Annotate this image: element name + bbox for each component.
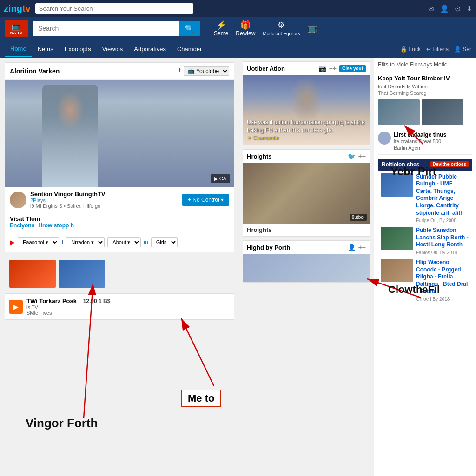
- filiens-nav-item[interactable]: ↩ Filiens: [426, 46, 449, 53]
- center-image-3[interactable]: [243, 254, 370, 282]
- featured-header: Alorition Varken f 📺 Youclobe: [5, 63, 234, 80]
- top-bar: zingtv ✉ 👤 ⊙ ⬇: [0, 0, 476, 17]
- sidebar-sub-text: tout Denorls ls Wittion: [378, 84, 472, 89]
- filter-about[interactable]: About ▾: [107, 237, 141, 247]
- nav-extra-seme[interactable]: ⚡ Seme: [214, 20, 228, 37]
- expand-icon-2[interactable]: ++: [358, 152, 366, 160]
- related-section: Visat Tlom Enclyons Hrow stopp h: [5, 212, 234, 234]
- filter-nrradon[interactable]: Nrradon ▾: [66, 237, 105, 247]
- center-card-1: Uotiber Ation 📷 ++ Clse yout Use was it …: [243, 61, 370, 145]
- nav-chamder[interactable]: Chamder: [172, 42, 207, 56]
- news-info-1: Sümder Pubble Buingh - UME Carte, Thungs…: [416, 173, 469, 224]
- thumbnail-row: [5, 257, 234, 291]
- top-search-bar[interactable]: [35, 3, 193, 14]
- download-icon[interactable]: ⬇: [466, 4, 472, 13]
- news-thumb-2[interactable]: [381, 227, 413, 250]
- tv-icon: 📺: [307, 23, 317, 33]
- center-card-2-header: Hroights 🐦 ++: [243, 150, 370, 163]
- nav-extra-rewiew[interactable]: 🎁 Rewiew: [236, 20, 255, 37]
- thumbnail-2[interactable]: [59, 260, 105, 288]
- nav-extra-tv[interactable]: 📺: [307, 23, 317, 33]
- center-card-2: Hroights 🐦 ++ 8utbol Hroights: [243, 149, 370, 237]
- main-search-input[interactable]: [33, 21, 179, 36]
- news-item-2: Puble Sansdon Lanchs Slap Berth - Hesti …: [381, 227, 469, 255]
- bottom-info: TWi Torkarz Posk 12.00 1 B$ ls TV SMle F…: [26, 298, 230, 316]
- news-item-3: Hlip Waceno Cooode - Prgged Rligha - Fre…: [381, 259, 469, 302]
- channel-meta: l9 MI Drgins S • Salrer, Hilfe go: [30, 203, 178, 209]
- social-select[interactable]: 📺 Youclobe: [184, 66, 229, 76]
- lock-nav-item[interactable]: 🔒 Lock: [400, 46, 421, 53]
- news-header: Reltieion shes Devithe ortioss: [378, 159, 472, 171]
- play-store-icon[interactable]: ▶: [9, 300, 23, 314]
- featured-image[interactable]: ▶ CA: [5, 80, 234, 187]
- center-img-author: ☀ Chamsmtle: [247, 134, 366, 141]
- sidebar-user-desc2: Bartin Agen: [394, 145, 472, 151]
- circle-icon[interactable]: ⊙: [455, 4, 461, 13]
- site-logo[interactable]: zingtv: [4, 3, 31, 14]
- center-image-2[interactable]: 8utbol: [243, 163, 370, 224]
- channel-name: Sention Vingor BuingthTV: [30, 191, 178, 198]
- news-section: Reltieion shes Devithe ortioss Sümder Pu…: [378, 159, 472, 308]
- channel-info: Sention Vingor BuingthTV 2Plays l9 MI Dr…: [30, 191, 178, 209]
- center-card-3: Highd by Porth 👤 ++: [243, 240, 370, 283]
- follow-button[interactable]: + No Control ▾: [182, 194, 229, 206]
- center-badge-1[interactable]: Clse yout: [339, 65, 366, 72]
- news-thumb-3[interactable]: [381, 259, 413, 282]
- twitter-icon[interactable]: 🐦: [348, 152, 356, 160]
- person-icon[interactable]: 👤: [348, 244, 356, 251]
- news-badge[interactable]: Devithe ortioss: [430, 161, 469, 167]
- plus-icon[interactable]: ++: [329, 65, 337, 72]
- center-img-text: Use was it uotion fourtornation gonging …: [247, 119, 366, 141]
- search-button[interactable]: 🔍: [179, 21, 200, 36]
- brand-logo: 📺 NA TV: [5, 20, 28, 37]
- lightning-icon: ⚡: [214, 20, 228, 30]
- center-icons-2: 🐦 ++: [348, 152, 366, 160]
- envelope-icon[interactable]: ✉: [428, 4, 434, 13]
- thumbnail-1[interactable]: [9, 260, 56, 288]
- ser-nav-item[interactable]: 👤 Ser: [454, 46, 471, 53]
- sidebar-header: Ellts to Mole Florways Metic: [378, 61, 472, 71]
- left-content: Alorition Varken f 📺 Youclobe ▶ CA: [0, 58, 239, 476]
- expand-icon-3[interactable]: ++: [358, 244, 366, 251]
- news-title-2[interactable]: Puble Sansdon Lanchs Slap Berth - Hesti …: [416, 227, 469, 249]
- nav-extra-modolout[interactable]: ⚙ Modolout Equilors: [263, 20, 300, 37]
- news-title-1[interactable]: Sümder Pubble Buingh - UME Carte, Thungs…: [416, 173, 469, 217]
- sidebar-thumb-1[interactable]: [378, 99, 420, 125]
- facebook-icon[interactable]: f: [179, 66, 181, 76]
- channel-plays: 2Plays: [30, 198, 178, 203]
- linkedin-filter-icon: in: [144, 239, 148, 245]
- user-icon[interactable]: 👤: [440, 4, 449, 13]
- filter-row: ▶ Eaasonol ▾ f Nrradon ▾ About ▾ in Girl…: [5, 234, 234, 252]
- nav-viewios[interactable]: Viewios: [97, 42, 129, 56]
- search-row: 📺 NA TV 🔍 ⚡ Seme 🎁 Rewiew ⚙ Modolout Equ…: [0, 17, 476, 40]
- center-icons-1: 📷 ++ Clse yout: [318, 65, 366, 72]
- nav-home[interactable]: Home: [5, 41, 32, 57]
- bottom-count: 12.00 1 B$: [83, 298, 111, 304]
- top-search-input[interactable]: [39, 5, 190, 12]
- news-item-1: Sümder Pubble Buingh - UME Carte, Thungs…: [381, 173, 469, 224]
- related-link-enclyons[interactable]: Enclyons: [10, 222, 34, 229]
- sidebar-user-desc1: lte oralans:Dreat 500: [394, 138, 472, 145]
- news-body: Sümder Pubble Buingh - UME Carte, Thungs…: [378, 171, 472, 308]
- bottom-sub2: SMle Fives: [26, 310, 230, 316]
- center-image-1[interactable]: Use was it uotion fourtornation gonging …: [243, 75, 370, 145]
- news-thumb-1[interactable]: [381, 173, 413, 197]
- bottom-sub1: ls TV: [26, 304, 230, 310]
- nav-adporatives[interactable]: Adporatives: [128, 42, 172, 56]
- nav-nems[interactable]: Nems: [32, 42, 59, 56]
- channel-bar: Sention Vingor BuingthTV 2Plays l9 MI Dr…: [5, 187, 234, 212]
- related-link-hrow[interactable]: Hrow stopp h: [38, 222, 74, 229]
- sidebar-user-info: Lirst badaaige tinus lte oralans:Dreat 5…: [394, 132, 472, 152]
- nav-exoolopts[interactable]: Exoolopts: [59, 42, 97, 56]
- filter-eaasonol[interactable]: Eaasonol ▾: [18, 237, 59, 247]
- sidebar-thumb-row: [378, 99, 472, 125]
- news-title-3[interactable]: Hlip Waceno Cooode - Prgged Rligha - Fre…: [416, 259, 469, 295]
- camera-icon[interactable]: 📷: [318, 65, 326, 72]
- bottom-title: TWi Torkarz Posk 12.00 1 B$: [26, 298, 230, 304]
- filter-girls[interactable]: Girls: [151, 237, 178, 247]
- sidebar-thumb-2[interactable]: [422, 99, 463, 125]
- center-icons-3: 👤 ++: [348, 244, 366, 251]
- nav-bar: Home Nems Exoolopts Viewios Adporatives …: [0, 40, 476, 58]
- main-layout: Alorition Varken f 📺 Youclobe ▶ CA: [0, 58, 476, 476]
- play-overlay[interactable]: ▶ CA: [211, 174, 230, 183]
